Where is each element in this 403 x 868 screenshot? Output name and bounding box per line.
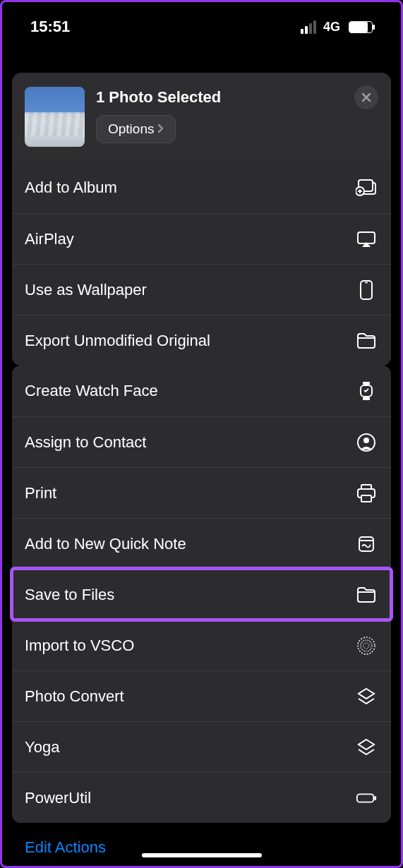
- action-print[interactable]: Print: [12, 467, 391, 518]
- action-label: Add to Album: [25, 179, 117, 197]
- phone-icon: [356, 279, 377, 301]
- action-add-to-album[interactable]: Add to Album: [12, 162, 391, 213]
- signal-icon: [301, 20, 316, 34]
- home-indicator[interactable]: [142, 853, 262, 857]
- action-label: Assign to Contact: [25, 433, 146, 452]
- action-yoga[interactable]: Yoga: [12, 721, 391, 772]
- stack-icon: [356, 737, 377, 758]
- watch-icon: [356, 380, 377, 402]
- status-indicators: 4G: [301, 20, 373, 35]
- battery-icon: [356, 788, 377, 809]
- status-bar: 15:51 4G: [2, 2, 401, 44]
- sheet-title: 1 Photo Selected: [96, 88, 221, 107]
- stack-icon: [356, 686, 377, 707]
- sheet-header: 1 Photo Selected Options: [12, 73, 391, 162]
- folder-icon: [356, 330, 377, 351]
- edit-actions-link[interactable]: Edit Actions: [12, 823, 391, 857]
- close-icon: [361, 92, 372, 103]
- action-label: Add to New Quick Note: [25, 535, 186, 553]
- close-button[interactable]: [354, 85, 378, 109]
- vsco-icon: [356, 635, 377, 656]
- action-label: Use as Wallpaper: [25, 281, 147, 299]
- svg-point-20: [363, 643, 369, 649]
- chevron-right-icon: [157, 121, 164, 137]
- action-powerutil[interactable]: PowerUtil: [12, 772, 391, 823]
- action-label: PowerUtil: [25, 789, 91, 807]
- battery-icon: [349, 21, 373, 33]
- action-airplay[interactable]: AirPlay: [12, 213, 391, 264]
- action-save-to-files[interactable]: Save to Files: [12, 569, 391, 620]
- photo-thumbnail[interactable]: [25, 87, 85, 147]
- status-time: 15:51: [30, 18, 70, 36]
- action-label: Yoga: [25, 738, 59, 757]
- action-group-2: Create Watch Face Assign to Contact Prin…: [12, 366, 391, 823]
- action-label: Create Watch Face: [25, 382, 158, 400]
- action-watch-face[interactable]: Create Watch Face: [12, 366, 391, 416]
- svg-rect-22: [374, 796, 376, 800]
- action-export-original[interactable]: Export Unmodified Original: [12, 315, 391, 366]
- svg-rect-14: [361, 495, 371, 502]
- folder-icon: [356, 584, 377, 605]
- svg-rect-8: [363, 382, 370, 385]
- svg-rect-9: [363, 397, 370, 400]
- album-add-icon: [356, 177, 377, 198]
- note-icon: [356, 534, 377, 555]
- edit-actions-label: Edit Actions: [25, 838, 106, 856]
- action-quick-note[interactable]: Add to New Quick Note: [12, 518, 391, 569]
- action-group-1: Add to Album AirPlay Use as Wallpaper Ex…: [12, 162, 391, 366]
- airplay-icon: [356, 229, 377, 250]
- action-label: Export Unmodified Original: [25, 332, 210, 350]
- svg-rect-4: [361, 281, 372, 299]
- action-photo-convert[interactable]: Photo Convert: [12, 670, 391, 721]
- printer-icon: [356, 483, 377, 504]
- svg-rect-21: [357, 794, 373, 802]
- person-circle-icon: [356, 432, 377, 453]
- options-label: Options: [108, 121, 154, 137]
- action-import-vsco[interactable]: Import to VSCO: [12, 620, 391, 670]
- action-wallpaper[interactable]: Use as Wallpaper: [12, 264, 391, 315]
- action-label: Print: [25, 484, 56, 502]
- options-button[interactable]: Options: [96, 115, 176, 143]
- svg-point-19: [361, 640, 372, 651]
- action-label: Import to VSCO: [25, 637, 134, 655]
- svg-rect-3: [358, 232, 375, 243]
- action-label: Photo Convert: [25, 687, 124, 706]
- action-label: Save to Files: [25, 586, 114, 604]
- action-label: AirPlay: [25, 230, 74, 248]
- share-sheet: 1 Photo Selected Options Add to Album Ai…: [12, 73, 391, 366]
- svg-rect-15: [359, 537, 373, 551]
- network-label: 4G: [323, 20, 340, 35]
- svg-point-11: [363, 438, 369, 443]
- action-assign-contact[interactable]: Assign to Contact: [12, 416, 391, 467]
